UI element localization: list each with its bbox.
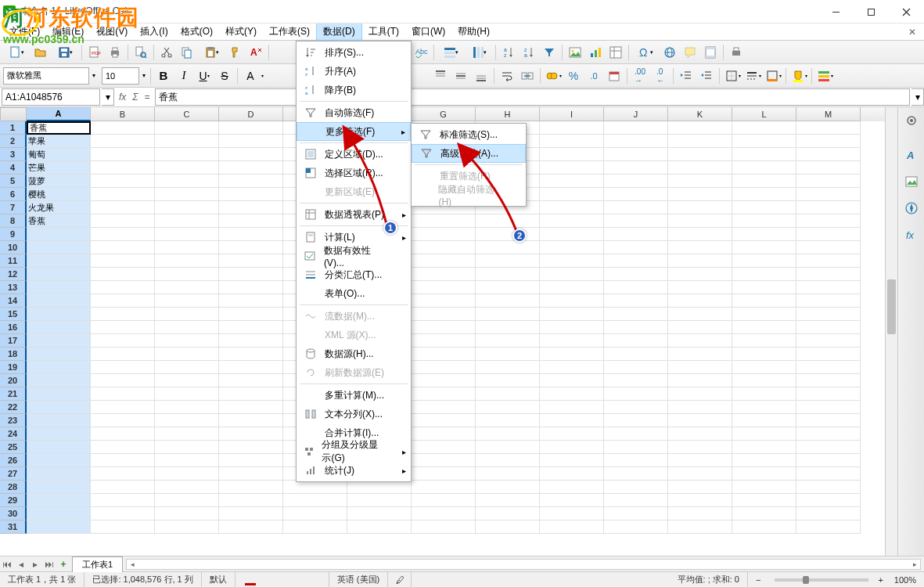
cell[interactable] — [155, 188, 219, 201]
cell[interactable] — [796, 361, 861, 374]
row-header[interactable]: 22 — [0, 401, 27, 414]
cell[interactable] — [412, 454, 476, 467]
data-menu-subtotals[interactable]: 分类汇总(T)... — [297, 265, 411, 284]
cell[interactable] — [27, 427, 91, 441]
row-header[interactable]: 10 — [0, 241, 27, 254]
data-menu-sort[interactable]: 排序(S)... — [297, 43, 411, 62]
cell[interactable] — [27, 241, 91, 254]
cell[interactable] — [540, 387, 604, 401]
data-menu-select-range[interactable]: 选择区域(R)... — [297, 164, 411, 182]
cell[interactable] — [219, 507, 283, 520]
cell[interactable] — [155, 387, 219, 401]
cell[interactable] — [796, 401, 861, 414]
cell[interactable] — [732, 308, 796, 321]
row-header[interactable]: 5 — [0, 175, 27, 188]
cell[interactable] — [668, 414, 732, 427]
font-size-input[interactable] — [102, 67, 139, 85]
cell[interactable] — [219, 520, 283, 534]
cell[interactable] — [155, 334, 219, 348]
cell[interactable] — [27, 254, 91, 268]
cell[interactable] — [796, 427, 861, 441]
cell[interactable] — [540, 188, 604, 201]
cell[interactable] — [412, 228, 476, 241]
cell[interactable] — [668, 214, 732, 228]
cell[interactable] — [412, 254, 476, 268]
hyperlink-button[interactable] — [660, 43, 679, 62]
cell[interactable] — [604, 481, 668, 494]
cell[interactable] — [796, 294, 861, 308]
tab-nav-prev[interactable]: ◂ — [14, 557, 28, 571]
cell[interactable] — [219, 214, 283, 228]
cell[interactable] — [91, 387, 155, 401]
cell[interactable] — [219, 427, 283, 441]
cell[interactable] — [347, 507, 412, 520]
cell[interactable] — [91, 135, 155, 148]
window-minimize-button[interactable] — [818, 0, 854, 23]
cell[interactable] — [219, 281, 283, 294]
cell[interactable] — [604, 401, 668, 414]
cell[interactable] — [155, 481, 219, 494]
cell[interactable] — [283, 494, 347, 507]
cell[interactable] — [732, 281, 796, 294]
cell[interactable] — [732, 494, 796, 507]
cell[interactable] — [347, 494, 412, 507]
cell[interactable] — [540, 427, 604, 441]
cell[interactable] — [732, 507, 796, 520]
cell[interactable] — [155, 161, 219, 175]
cell[interactable] — [91, 321, 155, 334]
row-header[interactable]: 12 — [0, 268, 27, 281]
col-header-I[interactable]: I — [540, 107, 604, 121]
cell[interactable] — [476, 467, 540, 481]
cell[interactable] — [219, 148, 283, 161]
cell[interactable] — [668, 427, 732, 441]
sidebar-settings-icon[interactable] — [901, 110, 922, 131]
cell[interactable] — [27, 441, 91, 454]
cell[interactable] — [155, 294, 219, 308]
cell[interactable] — [796, 481, 861, 494]
cell[interactable] — [412, 507, 476, 520]
cell[interactable] — [91, 454, 155, 467]
cell[interactable] — [283, 507, 347, 520]
tab-nav-last[interactable]: ⏭ — [42, 557, 56, 571]
cell[interactable] — [283, 520, 347, 534]
wrap-text-button[interactable] — [498, 67, 516, 85]
cell[interactable] — [796, 254, 861, 268]
col-header-D[interactable]: D — [219, 107, 283, 121]
cell[interactable] — [91, 494, 155, 507]
cell[interactable] — [91, 121, 155, 135]
sidebar-functions-icon[interactable]: fx — [901, 225, 922, 245]
cell[interactable] — [540, 294, 604, 308]
cell[interactable] — [540, 241, 604, 254]
vertical-scrollbar[interactable] — [885, 107, 897, 556]
name-box-input[interactable] — [2, 88, 100, 106]
cell[interactable] — [155, 175, 219, 188]
cell[interactable] — [412, 374, 476, 387]
cell[interactable] — [604, 387, 668, 401]
highlight-color-button[interactable]: ▾ — [789, 67, 808, 85]
cell[interactable] — [219, 175, 283, 188]
cell[interactable] — [732, 374, 796, 387]
cell[interactable] — [91, 214, 155, 228]
cell[interactable] — [412, 268, 476, 281]
cell[interactable] — [91, 361, 155, 374]
cell[interactable] — [796, 321, 861, 334]
data-menu-validity[interactable]: 数据有效性(V)... — [297, 247, 411, 265]
copy-button[interactable] — [178, 43, 196, 62]
cell[interactable] — [604, 494, 668, 507]
cell[interactable] — [27, 467, 91, 481]
menu-sheet[interactable]: 工作表(S) — [263, 23, 316, 40]
cell[interactable] — [476, 214, 540, 228]
cell[interactable] — [732, 201, 796, 214]
cell[interactable]: 火龙果 — [27, 201, 91, 214]
cell[interactable] — [27, 228, 91, 241]
select-all-corner[interactable] — [0, 107, 27, 121]
sort-asc-button[interactable]: az — [499, 43, 518, 62]
row-header[interactable]: 1 — [0, 121, 27, 135]
cell[interactable]: 葡萄 — [27, 148, 91, 161]
cell[interactable] — [732, 148, 796, 161]
cell[interactable] — [732, 321, 796, 334]
cell[interactable] — [412, 321, 476, 334]
cell[interactable] — [796, 348, 861, 361]
autofilter-button[interactable] — [540, 43, 559, 62]
cell[interactable] — [604, 334, 668, 348]
